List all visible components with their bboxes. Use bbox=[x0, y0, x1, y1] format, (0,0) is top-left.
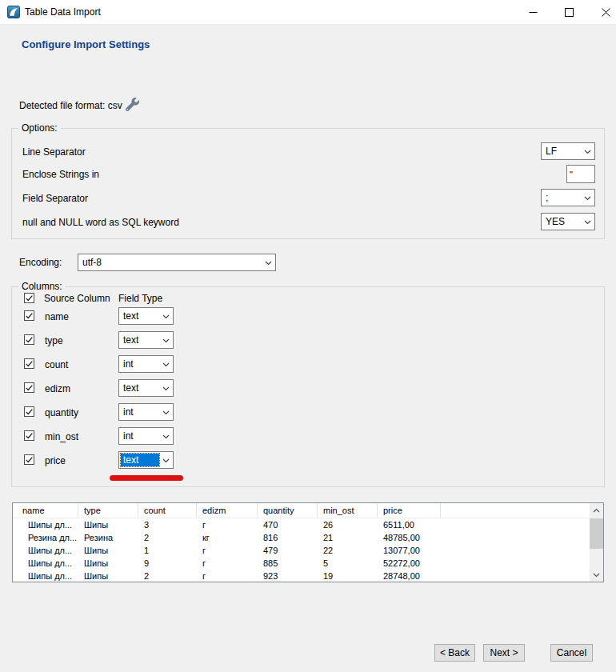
cell: г bbox=[197, 570, 258, 582]
column-checkbox-edizm[interactable] bbox=[24, 382, 34, 393]
cell: 470 bbox=[258, 518, 318, 531]
chevron-down-icon bbox=[581, 143, 594, 159]
cell: 48785,00 bbox=[378, 531, 441, 544]
scrollbar-thumb[interactable] bbox=[590, 518, 603, 549]
column-checkbox-price[interactable] bbox=[24, 454, 34, 465]
chevron-down-icon bbox=[159, 356, 173, 372]
field-type-select-edizm[interactable]: text bbox=[118, 379, 174, 397]
back-button[interactable]: < Back bbox=[434, 644, 475, 662]
cell: Резина bbox=[78, 531, 138, 544]
enclose-strings-input[interactable] bbox=[566, 165, 595, 183]
cell: 3 bbox=[138, 518, 197, 531]
chevron-down-icon bbox=[581, 190, 594, 206]
source-column-select-all-checkbox[interactable] bbox=[24, 293, 34, 303]
cell: 19 bbox=[318, 570, 378, 582]
encoding-select[interactable]: utf-8 bbox=[78, 254, 276, 271]
cell: 13077,00 bbox=[378, 544, 441, 557]
vertical-scrollbar[interactable] bbox=[590, 503, 603, 582]
page-title: Configure Import Settings bbox=[22, 38, 150, 50]
field-separator-label: Field Separator bbox=[22, 193, 88, 204]
chevron-down-icon bbox=[159, 332, 173, 348]
field-separator-select[interactable]: ; bbox=[541, 189, 595, 206]
column-checkbox-count[interactable] bbox=[24, 358, 34, 369]
cell-filler bbox=[441, 518, 590, 531]
chevron-down-icon bbox=[159, 404, 173, 420]
column-label-edizm: edizm bbox=[45, 383, 70, 394]
field-type-select-count[interactable]: int bbox=[118, 355, 174, 373]
cell: 21 bbox=[318, 531, 378, 544]
cell: 816 bbox=[258, 531, 318, 544]
cancel-button[interactable]: Cancel bbox=[550, 644, 593, 662]
cell: Резина дл... bbox=[13, 531, 78, 544]
detected-format-label: Detected file format: csv bbox=[19, 100, 122, 111]
cell: 1 bbox=[138, 544, 197, 557]
column-header: name bbox=[13, 503, 78, 518]
cell: кг bbox=[197, 531, 258, 544]
column-checkbox-min-ost[interactable] bbox=[24, 430, 34, 441]
minimize-button[interactable] bbox=[515, 0, 550, 24]
null-keyword-label: null and NULL word as SQL keyword bbox=[22, 217, 179, 228]
cell: Шипы bbox=[78, 570, 138, 582]
column-header: price bbox=[378, 503, 441, 518]
cell: г bbox=[197, 557, 258, 570]
scroll-up-icon[interactable] bbox=[590, 503, 603, 517]
red-underline-annotation bbox=[110, 475, 183, 481]
column-checkbox-type[interactable] bbox=[24, 334, 34, 345]
field-type-select-type[interactable]: text bbox=[118, 331, 174, 349]
column-header: edizm bbox=[197, 503, 258, 518]
column-label-price: price bbox=[45, 455, 66, 466]
cell: Шипы дл... bbox=[13, 557, 78, 570]
chevron-down-icon bbox=[159, 452, 173, 468]
column-header: count bbox=[138, 503, 197, 518]
cell: г bbox=[197, 518, 258, 531]
cell: Шипы дл... bbox=[13, 518, 78, 531]
enclose-strings-label: Enclose Strings in bbox=[22, 169, 99, 180]
cell: 479 bbox=[258, 544, 318, 557]
null-keyword-select[interactable]: YES bbox=[541, 213, 595, 230]
field-type-header: Field Type bbox=[118, 293, 162, 304]
column-label-count: count bbox=[45, 359, 68, 370]
cell: Шипы дл... bbox=[13, 570, 78, 582]
cell: 9 bbox=[138, 557, 197, 570]
maximize-button[interactable] bbox=[551, 0, 586, 24]
field-type-select-quantity[interactable]: int bbox=[118, 403, 174, 421]
column-header: type bbox=[78, 503, 138, 518]
cell-filler bbox=[441, 557, 590, 570]
scroll-down-icon[interactable] bbox=[590, 568, 603, 582]
column-label-quantity: quantity bbox=[45, 407, 78, 418]
chevron-down-icon bbox=[159, 380, 173, 396]
column-checkbox-name[interactable] bbox=[24, 310, 34, 321]
cell-filler bbox=[441, 570, 590, 582]
column-header: min_ost bbox=[318, 503, 378, 518]
preview-grid: name type count edizm quantity min_ost p… bbox=[13, 503, 590, 582]
field-type-select-min-ost[interactable]: int bbox=[118, 427, 174, 445]
cell: 5 bbox=[318, 557, 378, 570]
field-type-select-price[interactable]: text bbox=[118, 451, 174, 469]
title-bar: Table Data Import bbox=[0, 0, 616, 24]
source-column-header: Source Column bbox=[44, 293, 110, 304]
chevron-down-icon bbox=[159, 308, 173, 324]
chevron-down-icon bbox=[581, 214, 594, 230]
chevron-down-icon bbox=[159, 428, 173, 444]
column-header-filler bbox=[441, 503, 590, 518]
close-button[interactable] bbox=[588, 0, 616, 24]
cell: 28748,00 bbox=[378, 570, 441, 582]
field-type-select-name[interactable]: text bbox=[118, 307, 174, 325]
preview-table: name type count edizm quantity min_ost p… bbox=[12, 502, 604, 582]
next-button[interactable]: Next > bbox=[483, 644, 525, 662]
cell: 923 bbox=[258, 570, 318, 582]
line-separator-label: Line Separator bbox=[22, 146, 86, 158]
line-separator-select[interactable]: LF bbox=[541, 142, 595, 160]
column-header: quantity bbox=[258, 503, 318, 518]
cell-filler bbox=[441, 531, 590, 544]
chevron-down-icon bbox=[262, 254, 275, 270]
cell: 885 bbox=[258, 557, 318, 570]
column-checkbox-quantity[interactable] bbox=[24, 406, 34, 417]
cell: 6511,00 bbox=[378, 518, 441, 531]
window-title: Table Data Import bbox=[25, 0, 101, 24]
wrench-icon[interactable] bbox=[126, 98, 139, 111]
column-label-type: type bbox=[45, 335, 63, 346]
cell: Шипы bbox=[78, 518, 138, 531]
columns-group-label: Columns: bbox=[18, 281, 66, 292]
cell: Шипы bbox=[78, 557, 138, 570]
